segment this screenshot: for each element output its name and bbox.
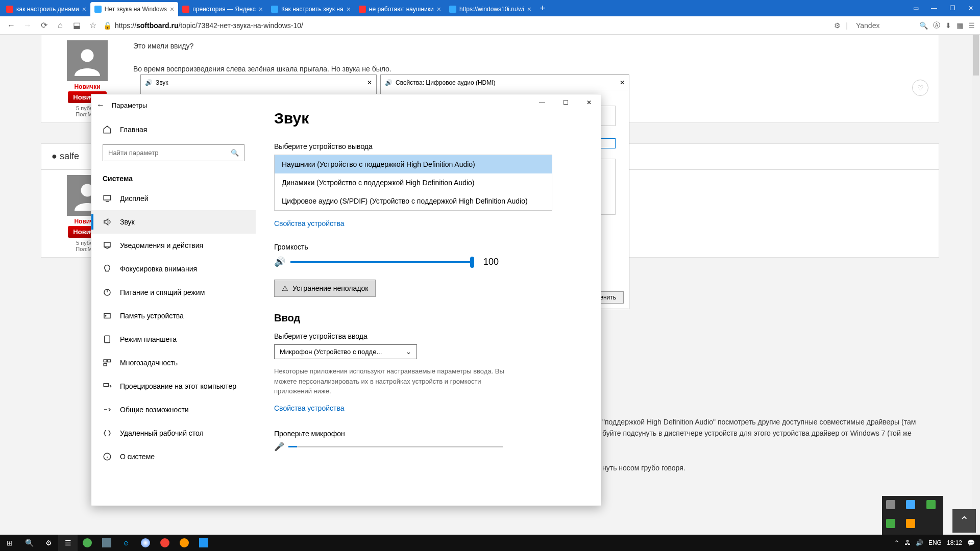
- taskbar-app[interactable]: e: [116, 535, 136, 551]
- slider-thumb[interactable]: [470, 257, 474, 268]
- forward-icon[interactable]: →: [21, 19, 34, 32]
- close-icon[interactable]: ×: [170, 5, 174, 13]
- close-icon[interactable]: ✕: [962, 0, 980, 16]
- focus-icon: [103, 264, 112, 273]
- speaker-icon: 🔊: [145, 79, 153, 86]
- minimize-icon[interactable]: ―: [925, 0, 943, 16]
- notification-icon[interactable]: 💬: [967, 539, 975, 546]
- close-icon[interactable]: ✕: [367, 79, 372, 86]
- start-button[interactable]: ⊞: [0, 535, 19, 551]
- task-view-button[interactable]: ⚙: [39, 535, 58, 551]
- sidebar-icon[interactable]: ▭: [906, 0, 925, 16]
- search-button[interactable]: 🔍: [19, 535, 39, 551]
- grid-icon[interactable]: ▦: [957, 21, 963, 30]
- taskbar-app[interactable]: [194, 535, 213, 551]
- taskbar-app[interactable]: [136, 535, 155, 551]
- browser-tab[interactable]: как настроить динами×: [2, 2, 90, 16]
- browser-tab-active[interactable]: Нет звука на Windows ×: [90, 2, 178, 16]
- back-icon[interactable]: ←: [5, 19, 17, 32]
- search-icon[interactable]: 🔍: [919, 21, 928, 30]
- search-input[interactable]: Yandex: [853, 20, 914, 31]
- taskbar-app[interactable]: ☰: [58, 535, 78, 551]
- scroll-top-button[interactable]: ⌃: [952, 509, 976, 533]
- close-icon[interactable]: ×: [437, 5, 441, 13]
- sidebar-item-remote[interactable]: Удаленный рабочий стол: [91, 421, 256, 445]
- scrollbar[interactable]: [972, 35, 980, 535]
- close-icon[interactable]: ✕: [620, 79, 625, 86]
- system-tray: ⌃ 🖧 🔊 ENG 18:12 💬: [894, 539, 980, 546]
- device-option[interactable]: Динамики (Устройство с поддержкой High D…: [275, 173, 552, 192]
- settings-content: Звук Выберите устройство вывода Наушники…: [256, 94, 601, 506]
- sidebar-item-about[interactable]: О системе: [91, 445, 256, 468]
- back-icon[interactable]: ←: [96, 101, 112, 110]
- bookmark-icon[interactable]: ☆: [87, 19, 99, 32]
- reload-icon[interactable]: ⟳: [38, 19, 50, 32]
- troubleshoot-button[interactable]: ⚠Устранение неполадок: [274, 280, 376, 297]
- tray-app-icon[interactable]: [886, 519, 895, 528]
- settings-sidebar: Главная Найти параметр 🔍 Система Дисплей…: [91, 94, 256, 506]
- sidebar-item-display[interactable]: Дисплей: [91, 187, 256, 210]
- url-input[interactable]: https://softboard.ru/topic/73842-нет-зву…: [115, 21, 834, 30]
- browser-tab[interactable]: преистория — Яндекс×: [178, 2, 267, 16]
- tray-app-icon[interactable]: [926, 500, 936, 509]
- sidebar-item-sound[interactable]: Звук: [91, 210, 256, 234]
- close-icon[interactable]: ✕: [577, 94, 601, 111]
- sidebar-item-shared[interactable]: Общие возможности: [91, 398, 256, 421]
- download-icon[interactable]: ⬇: [945, 21, 951, 30]
- sidebar-item-project[interactable]: Проецирование на этот компьютер: [91, 374, 256, 398]
- output-device-dropdown[interactable]: Наушники (Устройство с поддержкой High D…: [274, 155, 552, 211]
- tray-popup[interactable]: [882, 496, 943, 535]
- language-indicator[interactable]: ENG: [928, 539, 942, 546]
- sidebar-item-notifications[interactable]: Уведомления и действия: [91, 234, 256, 257]
- translate-icon[interactable]: Ⓐ: [933, 21, 940, 30]
- new-tab-button[interactable]: +: [535, 1, 550, 15]
- search-input[interactable]: Найти параметр 🔍: [103, 144, 244, 161]
- close-icon[interactable]: ×: [82, 5, 86, 13]
- sidebar-item-tablet[interactable]: Режим планшета: [91, 328, 256, 351]
- maximize-icon[interactable]: ☐: [554, 94, 577, 111]
- speaker-icon: 🔊: [385, 79, 393, 86]
- minimize-icon[interactable]: ―: [530, 94, 554, 111]
- volume-slider[interactable]: [290, 261, 474, 263]
- taskbar-app[interactable]: [97, 535, 116, 551]
- input-device-dropdown[interactable]: Микрофон (Устройство с подде... ⌄: [274, 344, 417, 359]
- network-icon[interactable]: 🖧: [904, 539, 911, 546]
- close-icon[interactable]: ×: [259, 5, 263, 13]
- close-icon[interactable]: ×: [347, 5, 351, 13]
- sidebar-item-storage[interactable]: Память устройства: [91, 304, 256, 328]
- browser-tab[interactable]: не работают наушники×: [355, 2, 445, 16]
- sidebar-item-multitask[interactable]: Многозадачность: [91, 351, 256, 374]
- extension-icon[interactable]: ⚙: [834, 21, 841, 30]
- post-text-fragment: "поддержкой High Definition Audio" посмо…: [602, 416, 929, 473]
- device-properties-link[interactable]: Свойства устройства: [274, 219, 345, 228]
- tray-app-icon[interactable]: [906, 500, 915, 509]
- maximize-icon[interactable]: ❐: [943, 0, 962, 16]
- taskbar-app[interactable]: [175, 535, 194, 551]
- like-button[interactable]: ♡: [912, 80, 928, 96]
- remote-icon: [103, 429, 112, 438]
- menu-icon[interactable]: ☰: [968, 21, 975, 30]
- device-properties-link[interactable]: Свойства устройства: [274, 404, 345, 412]
- window-title: Параметры: [112, 102, 147, 109]
- tray-app-icon[interactable]: [886, 500, 895, 509]
- display-icon: [103, 194, 112, 203]
- browser-tab[interactable]: Как настроить звук на×: [267, 2, 355, 16]
- tray-chevron-icon[interactable]: ⌃: [894, 539, 899, 546]
- device-option[interactable]: Цифровое аудио (S/PDIF) (Устройство с по…: [275, 192, 552, 210]
- download-icon[interactable]: ⬓: [70, 19, 83, 32]
- volume-icon[interactable]: 🔊: [916, 539, 923, 546]
- taskbar-app[interactable]: [155, 535, 175, 551]
- volume-value: 100: [483, 257, 499, 267]
- close-icon[interactable]: ×: [527, 5, 531, 13]
- clock[interactable]: 18:12: [947, 539, 962, 546]
- taskbar-app[interactable]: [78, 535, 97, 551]
- browser-tab[interactable]: https://windows10i.ru/wi×: [445, 2, 535, 16]
- sidebar-item-power[interactable]: Питание и спящий режим: [91, 281, 256, 304]
- mic-icon: 🎤: [274, 442, 284, 452]
- device-option[interactable]: Наушники (Устройство с поддержкой High D…: [275, 155, 552, 173]
- sidebar-item-focus[interactable]: Фокусировка внимания: [91, 257, 256, 281]
- home-icon[interactable]: ⌂: [54, 19, 66, 32]
- sidebar-item-home[interactable]: Главная: [91, 120, 256, 139]
- scrollbar-thumb[interactable]: [973, 35, 979, 76]
- tray-app-icon[interactable]: [906, 519, 915, 528]
